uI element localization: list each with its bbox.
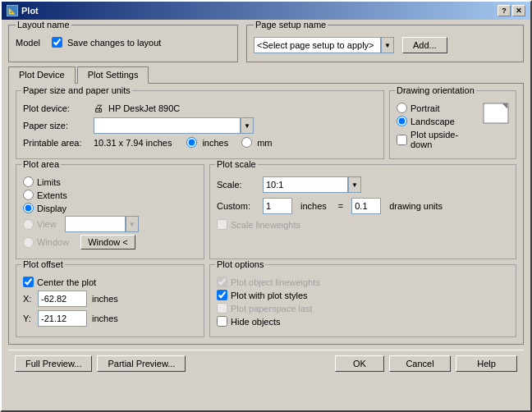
portrait-radio[interactable]: [397, 103, 407, 113]
display-radio[interactable]: [23, 203, 34, 213]
ok-button[interactable]: OK: [335, 355, 384, 372]
portrait-row: Portrait: [397, 103, 475, 113]
plot-scale-legend: Plot scale: [215, 159, 258, 169]
scale-lineweights-row: Scale lineweights: [217, 219, 509, 230]
scale-lineweights-checkbox[interactable]: [217, 219, 227, 230]
plot-options-legend: Plot options: [215, 259, 265, 269]
hide-objects-checkbox[interactable]: [217, 316, 227, 327]
view-dropdown-arrow[interactable]: ▼: [126, 216, 139, 232]
scale-input[interactable]: [263, 176, 348, 193]
paper-size-dropdown-arrow[interactable]: ▼: [241, 117, 254, 134]
extents-radio[interactable]: [23, 190, 34, 200]
paperspace-last-row: Plot paperspace last: [217, 303, 509, 314]
upside-down-label: Plot upside-down: [410, 130, 475, 149]
paper-size-row: Paper size: ▼: [23, 117, 377, 134]
page-setup-dropdown-arrow[interactable]: ▼: [381, 37, 394, 53]
custom-value-input[interactable]: [263, 198, 292, 214]
view-combo-input[interactable]: [65, 216, 126, 232]
plot-options-group: Plot options Plot object lineweights Plo…: [209, 264, 516, 337]
bottom-bar-left: Full Preview... Partial Preview...: [15, 355, 186, 372]
scale-row: Scale: ▼: [217, 176, 509, 193]
add-button[interactable]: Add...: [402, 37, 447, 53]
plot-offset-group: Plot offset Center the plot X: inches Y:…: [16, 264, 204, 337]
plot-offset-legend: Plot offset: [21, 259, 65, 269]
view-radio[interactable]: [23, 219, 34, 230]
title-bar-buttons: ? ✕: [498, 5, 525, 16]
limits-radio[interactable]: [23, 176, 34, 187]
help-button[interactable]: Help: [456, 355, 517, 372]
center-plot-row: Center the plot: [23, 277, 197, 287]
title-bar: 📐 Plot ? ✕: [2, 2, 530, 20]
plot-area-group: Plot area Limits Extents Display: [16, 164, 204, 259]
paperspace-last-label: Plot paperspace last: [231, 304, 313, 314]
bottom-bar-right: OK Cancel Help: [335, 355, 517, 372]
full-preview-button[interactable]: Full Preview...: [15, 355, 92, 372]
paper-size-input[interactable]: [94, 117, 241, 134]
x-offset-input[interactable]: [38, 291, 87, 307]
hide-objects-label: Hide objects: [231, 317, 281, 327]
plot-lineweights-checkbox[interactable]: [217, 277, 227, 287]
upside-down-checkbox[interactable]: [397, 135, 407, 145]
printable-area-label: Printable area:: [23, 138, 89, 148]
center-plot-label: Center the plot: [37, 277, 96, 287]
paper-size-label: Paper size:: [23, 121, 89, 130]
plot-device-label: Plot device:: [23, 103, 89, 113]
top-section: Layout name Model Save changes to layout…: [8, 25, 524, 62]
mm-label: mm: [257, 138, 272, 148]
bottom-bar: Full Preview... Partial Preview... OK Ca…: [8, 350, 524, 377]
tab-content: Paper size and paper units Plot device: …: [8, 83, 524, 345]
x-label: X:: [23, 294, 34, 304]
view-row: View ▼: [23, 216, 197, 232]
mm-radio[interactable]: [241, 137, 252, 148]
window-button[interactable]: Window <: [80, 235, 135, 249]
landscape-icon: [483, 103, 509, 126]
y-offset-row: Y: inches: [23, 310, 197, 327]
tab-plot-settings[interactable]: Plot Settings: [77, 66, 149, 84]
layout-name-legend: Layout name: [16, 20, 71, 30]
plot-styles-checkbox[interactable]: [217, 290, 227, 300]
paper-size-legend: Paper size and paper units: [21, 85, 132, 95]
y-label: Y:: [23, 314, 34, 323]
plot-device-row: Plot device: 🖨 HP DeskJet 890C: [23, 103, 377, 114]
inches-radio[interactable]: [186, 137, 197, 148]
paper-drawing-row: Paper size and paper units Plot device: …: [16, 90, 516, 159]
close-title-button[interactable]: ✕: [512, 5, 525, 16]
cancel-button[interactable]: Cancel: [389, 355, 451, 372]
save-changes-checkbox[interactable]: [52, 37, 62, 48]
printable-area-row: Printable area: 10.31 x 7.94 inches inch…: [23, 137, 377, 148]
layout-name-row: Model Save changes to layout: [16, 37, 231, 48]
landscape-row: Landscape: [397, 116, 475, 126]
view-label: View: [37, 219, 57, 229]
printer-icon: 🖨: [94, 103, 103, 114]
orientation-radios: Portrait Landscape Plot upside-down: [397, 103, 475, 152]
plot-scale-group: Plot scale Scale: ▼ Custom: inches =: [209, 164, 516, 259]
drawing-units-input[interactable]: [351, 198, 381, 214]
scale-dropdown-arrow[interactable]: ▼: [348, 176, 361, 193]
window-content: Layout name Model Save changes to layout…: [2, 20, 530, 382]
window-radio[interactable]: [23, 237, 34, 248]
limits-label: Limits: [37, 177, 61, 187]
x-offset-row: X: inches: [23, 291, 197, 307]
y-inches-label: inches: [92, 314, 118, 323]
page-setup-combo: ▼: [254, 37, 394, 53]
center-plot-checkbox[interactable]: [23, 277, 34, 287]
scale-combo: ▼: [263, 176, 361, 193]
tab-plot-device[interactable]: Plot Device: [8, 66, 76, 84]
landscape-radio[interactable]: [397, 116, 407, 126]
window-title: Plot: [21, 6, 39, 16]
plot-area-legend: Plot area: [21, 159, 61, 169]
paperspace-last-checkbox[interactable]: [217, 303, 227, 314]
partial-preview-button[interactable]: Partial Preview...: [97, 355, 186, 372]
help-title-button[interactable]: ?: [498, 5, 511, 16]
plot-lineweights-row: Plot object lineweights: [217, 277, 509, 287]
extents-row: Extents: [23, 190, 197, 200]
paper-size-group: Paper size and paper units Plot device: …: [16, 90, 384, 159]
printable-area-value: 10.31 x 7.94 inches: [94, 138, 172, 148]
plot-device-value: HP DeskJet 890C: [108, 103, 180, 113]
equals-sign: =: [338, 201, 343, 211]
page-setup-input[interactable]: [254, 37, 381, 53]
custom-label: Custom:: [217, 201, 258, 211]
paper-size-combo: ▼: [94, 117, 254, 134]
y-offset-input[interactable]: [38, 310, 87, 327]
save-changes-label: Save changes to layout: [67, 38, 161, 48]
